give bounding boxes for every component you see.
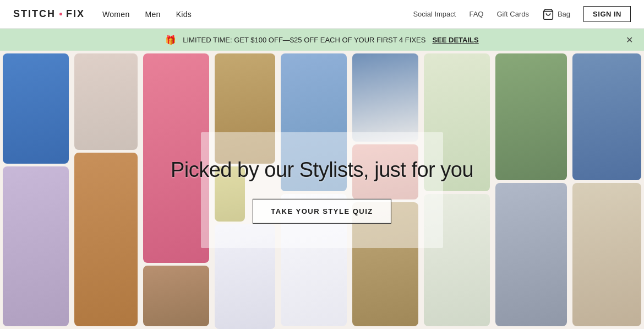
clothing-item-camel-top — [74, 153, 138, 326]
clothing-item-sneaker — [352, 53, 418, 142]
header-left: STITCH FIX Women Men Kids — [13, 8, 192, 20]
hero-section: Picked by our Stylists, just for you TAK… — [0, 51, 644, 329]
sign-in-button[interactable]: SIGN IN — [583, 6, 631, 22]
clothing-item-lavender-jacket — [3, 166, 69, 326]
social-impact-link[interactable]: Social Impact — [413, 10, 456, 18]
nav-kids[interactable]: Kids — [176, 10, 192, 19]
promo-close-button[interactable]: ✕ — [626, 35, 633, 45]
hero-center-content: Picked by our Stylists, just for you TAK… — [171, 156, 473, 223]
logo-fix-text: FIX — [66, 8, 85, 20]
clothing-item-beige-suit — [572, 183, 641, 326]
promo-gift-icon: 🎁 — [165, 35, 176, 45]
clothing-item-heels — [143, 266, 209, 326]
header-right: Social Impact FAQ Gift Cards Bag SIGN IN — [413, 6, 631, 22]
style-quiz-button[interactable]: TAKE YOUR STYLE QUIZ — [253, 199, 391, 224]
promo-text: LIMITED TIME: GET $100 OFF—$25 OFF EACH … — [183, 36, 425, 44]
nav-men[interactable]: Men — [145, 10, 161, 19]
bag-icon — [542, 8, 554, 20]
clothing-item-blue-dress — [3, 53, 69, 164]
site-header: STITCH FIX Women Men Kids Social Impact … — [0, 0, 644, 29]
hero-title: Picked by our Stylists, just for you — [171, 156, 473, 183]
faq-link[interactable]: FAQ — [469, 10, 483, 18]
nav-women[interactable]: Women — [102, 10, 129, 19]
gift-cards-link[interactable]: Gift Cards — [496, 10, 529, 18]
logo-stitch-text: STITCH — [13, 8, 56, 20]
logo-dot — [59, 13, 62, 15]
clothing-item-blue-jeans — [572, 53, 641, 180]
promo-banner: 🎁 LIMITED TIME: GET $100 OFF—$25 OFF EAC… — [0, 29, 644, 51]
clothing-item-green-shirt — [495, 53, 567, 180]
clothing-item-gray-shoes — [495, 183, 567, 326]
bag-button[interactable]: Bag — [542, 8, 570, 20]
logo[interactable]: STITCH FIX — [13, 8, 85, 20]
clothing-item-floral-top — [74, 53, 138, 150]
promo-details-link[interactable]: SEE DETAILS — [432, 36, 478, 44]
main-nav: Women Men Kids — [102, 10, 192, 19]
bag-label: Bag — [558, 10, 570, 18]
